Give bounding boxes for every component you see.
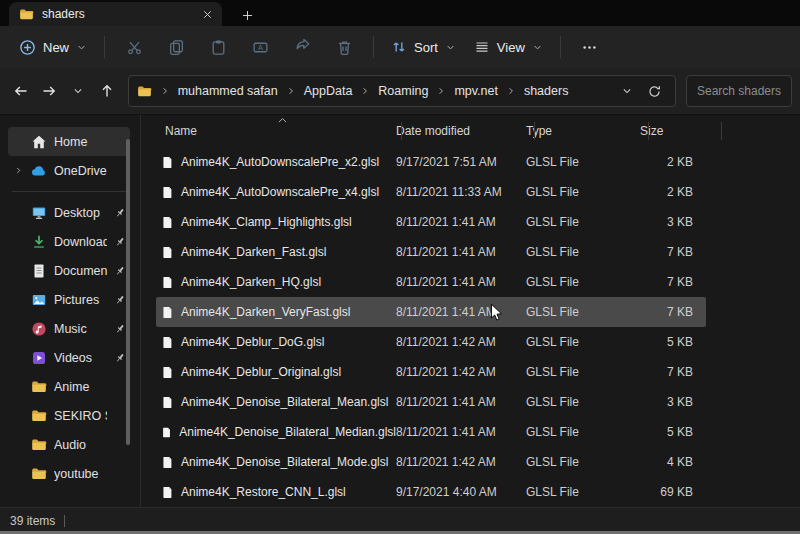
column-separator[interactable] — [401, 122, 402, 140]
navigation-sidebar: Home OneDrive - Perso Desktop Downloads … — [0, 115, 141, 507]
file-date-modified: 8/11/2021 1:42 AM — [396, 365, 526, 379]
rename-icon — [252, 39, 269, 56]
sidebar-item-home[interactable]: Home — [8, 127, 130, 156]
back-icon — [13, 83, 29, 99]
file-type: GLSL File — [526, 425, 633, 439]
sidebar-scrollbar[interactable] — [126, 139, 130, 445]
file-icon — [161, 455, 174, 470]
sidebar-item-videos[interactable]: Videos — [8, 343, 130, 372]
pin-icon — [114, 294, 126, 306]
sidebar-item-pictures[interactable]: Pictures — [8, 285, 130, 314]
breadcrumb-segment[interactable]: mpv.net — [450, 82, 502, 100]
share-button[interactable] — [281, 31, 323, 63]
sidebar-item-music[interactable]: Music — [8, 314, 130, 343]
file-row[interactable]: Anime4K_AutoDownscalePre_x2.glsl 9/17/20… — [156, 147, 706, 177]
file-date-modified: 8/11/2021 1:41 AM — [396, 305, 526, 319]
address-bar: muhammed safanAppDataRoamingmpv.netshade… — [0, 68, 800, 115]
more-icon — [581, 39, 598, 56]
rename-button[interactable] — [239, 31, 281, 63]
tab-shaders[interactable]: shaders — [9, 2, 222, 26]
file-row[interactable]: Anime4K_Deblur_DoG.glsl 8/11/2021 1:42 A… — [156, 327, 706, 357]
file-name: Anime4K_Denoise_Bilateral_Mode.glsl — [181, 455, 388, 469]
paste-button[interactable] — [197, 31, 239, 63]
file-name-cell: Anime4K_Denoise_Bilateral_Mode.glsl — [156, 455, 396, 470]
search-box[interactable] — [686, 75, 792, 107]
forward-button[interactable] — [37, 78, 63, 105]
pin-icon — [114, 265, 126, 277]
column-header-type[interactable]: Type — [526, 124, 633, 138]
expander-chevron-icon[interactable] — [13, 166, 24, 175]
sidebar-item-desktop[interactable]: Desktop — [8, 198, 130, 227]
tab-title: shaders — [42, 7, 190, 21]
sidebar-item-youtube[interactable]: youtube — [8, 459, 130, 488]
file-date-modified: 8/11/2021 1:42 AM — [396, 335, 526, 349]
cut-button[interactable] — [113, 31, 155, 63]
column-separator[interactable] — [648, 122, 649, 140]
sidebar-item-onedrive-perso[interactable]: OneDrive - Perso — [8, 156, 130, 185]
column-header-date-modified[interactable]: Date modified — [396, 124, 526, 138]
column-header-size[interactable]: Size — [633, 124, 706, 138]
status-bar: 39 items — [0, 507, 800, 533]
sidebar-item-label: Audio — [54, 438, 107, 452]
sidebar-item-audio[interactable]: Audio — [8, 430, 130, 459]
file-row[interactable]: Anime4K_Denoise_Bilateral_Median.glsl 8/… — [156, 417, 706, 447]
file-size: 7 KB — [633, 365, 706, 379]
file-explorer-window: shaders New — [0, 0, 800, 534]
file-row[interactable]: Anime4K_Clamp_Highlights.glsl 8/11/2021 … — [156, 207, 706, 237]
breadcrumb-segment[interactable]: muhammed safan — [174, 82, 282, 100]
tab-close-button[interactable] — [198, 5, 216, 23]
file-row[interactable]: Anime4K_Darken_VeryFast.glsl 8/11/2021 1… — [156, 297, 706, 327]
sort-button-label: Sort — [414, 40, 438, 55]
sidebar-item-anime[interactable]: Anime — [8, 372, 130, 401]
back-button[interactable] — [8, 78, 34, 105]
file-row[interactable]: Anime4K_Darken_HQ.glsl 8/11/2021 1:41 AM… — [156, 267, 706, 297]
refresh-button[interactable] — [643, 79, 667, 103]
view-button[interactable]: View — [465, 31, 552, 63]
file-row[interactable]: Anime4K_Restore_CNN_L.glsl 9/17/2021 4:4… — [156, 477, 706, 507]
share-icon — [294, 39, 311, 56]
file-size: 7 KB — [633, 305, 706, 319]
file-row[interactable]: Anime4K_Denoise_Bilateral_Mode.glsl 8/11… — [156, 447, 706, 477]
sidebar-list: Home OneDrive - Perso Desktop Downloads … — [0, 127, 140, 488]
new-button[interactable]: New — [10, 31, 96, 63]
address-dropdown-button[interactable] — [615, 79, 639, 103]
up-button[interactable] — [94, 78, 120, 105]
more-options-button[interactable] — [569, 31, 611, 63]
plus-icon — [241, 9, 254, 22]
file-type: GLSL File — [526, 245, 633, 259]
breadcrumb-segment[interactable]: AppData — [300, 82, 357, 100]
sidebar-item-documents[interactable]: Documents — [8, 256, 130, 285]
new-button-label: New — [43, 40, 69, 55]
recent-locations-button[interactable] — [65, 78, 91, 105]
sidebar-item-downloads[interactable]: Downloads — [8, 227, 130, 256]
column-separator[interactable] — [721, 122, 722, 140]
file-type: GLSL File — [526, 455, 633, 469]
file-row[interactable]: Anime4K_Darken_Fast.glsl 8/11/2021 1:41 … — [156, 237, 706, 267]
file-row[interactable]: Anime4K_AutoDownscalePre_x4.glsl 8/11/20… — [156, 177, 706, 207]
copy-button[interactable] — [155, 31, 197, 63]
chevron-right-icon — [506, 86, 516, 96]
file-name: Anime4K_Denoise_Bilateral_Median.glsl — [179, 425, 396, 439]
search-input[interactable] — [697, 84, 781, 98]
sidebar-item-sekiro-shadc[interactable]: SEKIRO SHADC — [8, 401, 130, 430]
delete-icon — [336, 39, 353, 56]
sort-button[interactable]: Sort — [382, 31, 465, 63]
file-date-modified: 8/11/2021 1:41 AM — [396, 215, 526, 229]
chevron-down-icon — [445, 42, 456, 53]
home-icon — [31, 134, 47, 150]
breadcrumb-segment[interactable]: Roaming — [374, 82, 432, 100]
file-size: 3 KB — [633, 395, 706, 409]
new-tab-button[interactable] — [234, 4, 260, 26]
music-icon — [31, 321, 47, 337]
column-headers: Name Date modified Type Size — [156, 115, 706, 147]
refresh-icon — [647, 84, 662, 99]
delete-button[interactable] — [323, 31, 365, 63]
file-row[interactable]: Anime4K_Denoise_Bilateral_Mean.glsl 8/11… — [156, 387, 706, 417]
file-row[interactable]: Anime4K_Deblur_Original.glsl 8/11/2021 1… — [156, 357, 706, 387]
breadcrumb-segment[interactable]: shaders — [520, 82, 572, 100]
breadcrumb[interactable]: muhammed safanAppDataRoamingmpv.netshade… — [128, 75, 676, 107]
column-separator[interactable] — [534, 122, 535, 140]
sort-ascending-caret-icon — [276, 114, 289, 127]
file-date-modified: 8/11/2021 1:41 AM — [396, 395, 526, 409]
file-size: 5 KB — [633, 425, 706, 439]
